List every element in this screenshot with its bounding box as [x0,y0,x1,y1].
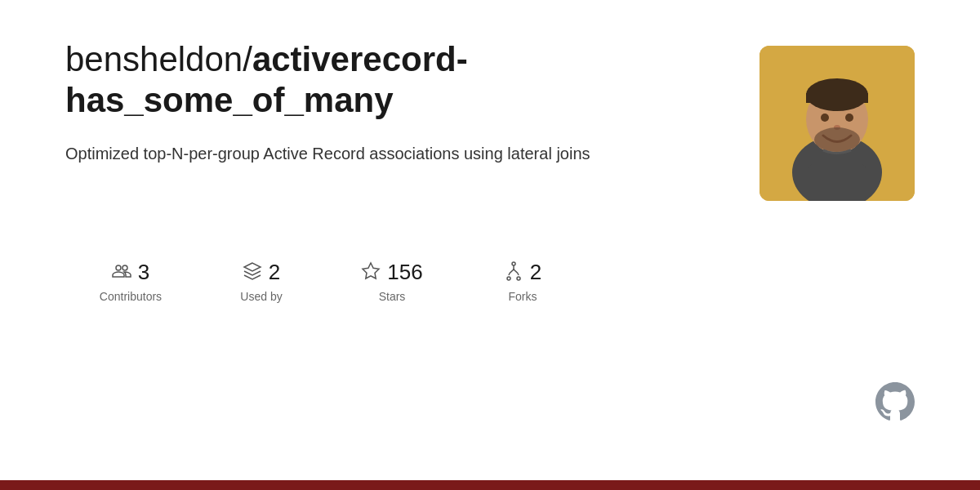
avatar [760,46,915,201]
contributors-count: 3 [138,260,149,285]
stars-label: Stars [379,290,406,303]
package-icon [243,261,262,284]
stat-used-by-top: 2 [243,260,280,285]
svg-point-7 [845,114,853,122]
star-icon [361,261,381,284]
repo-title: bensheldon/activerecord-has_some_of_many [65,39,702,122]
svg-marker-11 [363,263,379,278]
svg-point-9 [814,127,860,152]
main-container: bensheldon/activerecord-has_some_of_many… [0,0,980,441]
svg-rect-5 [806,93,868,103]
forks-count: 2 [530,260,541,285]
stats-section: 3 Contributors 2 Used by [65,260,915,329]
github-icon [875,382,915,421]
github-icon-container[interactable] [875,382,915,425]
used-by-label: Used by [240,290,282,303]
svg-rect-10 [808,164,866,201]
stat-stars-top: 156 [361,260,422,285]
forks-label: Forks [509,290,537,303]
stat-forks[interactable]: 2 Forks [457,260,588,303]
svg-point-13 [507,277,510,280]
stat-used-by[interactable]: 2 Used by [196,260,327,303]
stat-forks-top: 2 [504,260,541,285]
contributors-label: Contributors [100,290,162,303]
stars-count: 156 [387,260,422,285]
stat-contributors[interactable]: 3 Contributors [65,260,196,303]
title-section: bensheldon/activerecord-has_some_of_many… [65,39,702,166]
bottom-bar [0,480,980,490]
contributors-icon [112,261,131,284]
svg-point-6 [821,114,829,122]
repo-owner: bensheldon [65,40,243,78]
top-section: bensheldon/activerecord-has_some_of_many… [65,39,915,201]
used-by-count: 2 [269,260,280,285]
svg-point-14 [517,277,520,280]
stat-contributors-top: 3 [112,260,149,285]
svg-point-12 [512,262,515,265]
stat-stars[interactable]: 156 Stars [327,260,457,303]
avatar-section [760,46,915,201]
fork-icon [504,261,523,284]
repo-description: Optimized top-N-per-group Active Record … [65,141,621,166]
